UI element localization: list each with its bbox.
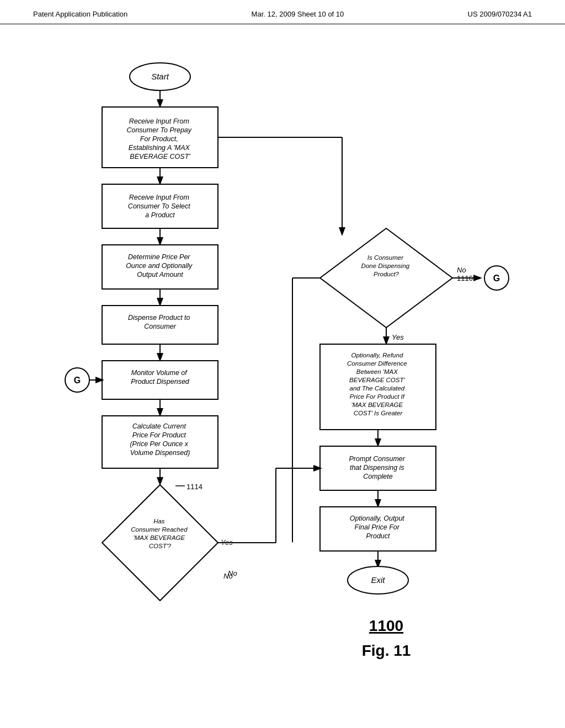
diagram-area: Start 1102 Receive Input From Consumer T… [0, 24, 565, 708]
header-center: Mar. 12, 2009 Sheet 10 of 10 [252, 10, 344, 18]
exit-label: Exit [371, 575, 385, 585]
yes-label-1116: Yes [392, 333, 404, 341]
fig-number: 1100 [369, 617, 403, 634]
page-header: Patent Application Publication Mar. 12, … [0, 0, 565, 24]
no-label-1116: No [457, 266, 466, 274]
header-right: US 2009/070234 A1 [468, 10, 532, 18]
g-right-circle: G [493, 274, 500, 283]
no-label-bottom: No [228, 569, 237, 577]
start-label: Start [151, 72, 169, 81]
header-left: Patent Application Publication [33, 10, 127, 18]
fig-label: Fig. 11 [362, 642, 411, 659]
label-1114: 1114 [186, 483, 202, 491]
g-left-circle: G [74, 376, 81, 385]
svg-marker-30 [320, 228, 452, 328]
